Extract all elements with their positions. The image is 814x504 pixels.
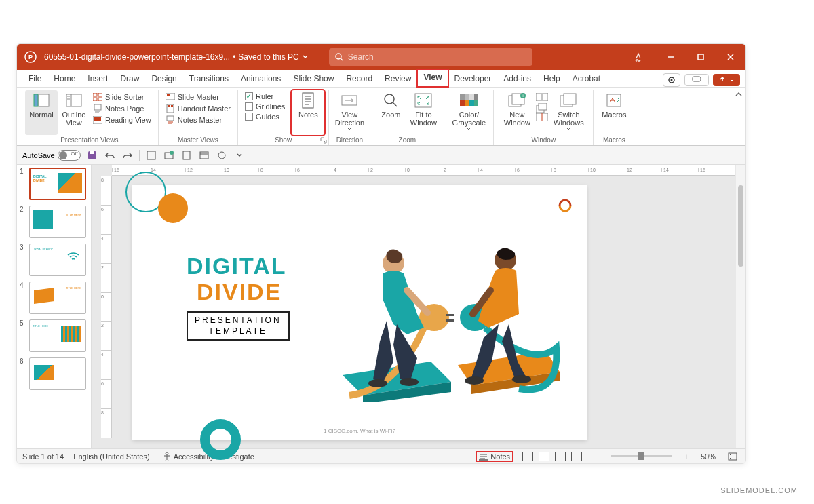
slide-editor[interactable]: 1614121086420246810121416 864202468 DIGI…	[92, 165, 745, 448]
qat-icon-1[interactable]	[145, 149, 157, 161]
redo-icon[interactable]	[121, 149, 134, 161]
slideshow-view-icon[interactable]	[571, 452, 582, 461]
tab-record[interactable]: Record	[340, 71, 379, 87]
view-direction-button[interactable]: View Direction	[333, 90, 366, 135]
slide-heading-2: DIVIDE	[197, 279, 282, 305]
tab-home[interactable]: Home	[47, 71, 81, 87]
save-status[interactable]: •Saved to this PC	[233, 52, 309, 62]
qat-icon-2[interactable]	[163, 149, 175, 161]
color-grayscale-button[interactable]: Color/ Grayscale	[448, 90, 489, 142]
share-button[interactable]	[713, 74, 740, 86]
close-button[interactable]	[716, 44, 745, 70]
save-icon[interactable]	[86, 149, 98, 161]
guides-checkbox[interactable]: Guides	[242, 112, 288, 121]
normal-view-icon[interactable]	[522, 452, 533, 461]
tab-design[interactable]: Design	[145, 71, 182, 87]
fit-to-window-button[interactable]: Fit to Window	[407, 90, 440, 135]
horizontal-ruler[interactable]: 1614121086420246810121416	[112, 165, 735, 176]
vertical-ruler[interactable]: 864202468	[101, 176, 112, 438]
fit-slide-button[interactable]	[725, 452, 740, 461]
autosave-toggle[interactable]: AutoSave Off	[22, 150, 81, 161]
zoom-percent[interactable]: 50%	[701, 452, 716, 461]
slide-thumbnails-pane[interactable]: 1DIGITALDIVIDE 2TITLE HERE 3WHAT IS WIFI…	[17, 165, 92, 448]
workspace: 1DIGITALDIVIDE 2TITLE HERE 3WHAT IS WIFI…	[17, 165, 745, 448]
thumbnail-5[interactable]: 5TITLE HERE	[20, 319, 88, 352]
slide-master-button[interactable]: Slide Master	[163, 92, 233, 102]
svg-rect-44	[465, 94, 469, 100]
thumbnail-1[interactable]: 1DIGITALDIVIDE	[20, 168, 88, 200]
slide-canvas[interactable]: DIGITAL DIVIDE PRESENTATIONTEMPLATE	[132, 185, 587, 440]
zoom-in-button[interactable]: +	[682, 452, 691, 461]
svg-rect-75	[446, 314, 454, 316]
dialog-launcher-icon[interactable]	[320, 137, 327, 144]
document-title: 60555-01-digital-divide-powerpoint-templ…	[44, 52, 230, 62]
tab-help[interactable]: Help	[537, 71, 566, 87]
comments-button[interactable]	[684, 74, 709, 86]
decoration-dot-orange	[158, 193, 188, 223]
ribbon-view: Normal Outline View Slide Sorter Notes P…	[17, 88, 745, 146]
sorter-view-icon[interactable]	[539, 452, 549, 461]
macros-button[interactable]: Macros	[598, 90, 630, 135]
notes-page-button[interactable]: Notes Page	[90, 103, 154, 114]
status-bar: Slide 1 of 14 English (United States) Ac…	[17, 448, 745, 463]
tab-insert[interactable]: Insert	[81, 71, 114, 87]
qat-icon-4[interactable]	[198, 149, 210, 161]
notes-button[interactable]: Notes	[292, 90, 324, 135]
handout-master-button[interactable]: Handout Master	[163, 103, 233, 114]
minimize-button[interactable]	[656, 44, 686, 70]
slide-heading-1: DIGITAL	[187, 253, 286, 279]
maximize-button[interactable]	[686, 44, 716, 70]
thumbnail-6[interactable]: 6	[20, 357, 88, 390]
qat-icon-3[interactable]	[180, 149, 193, 161]
reading-view-icon[interactable]	[555, 452, 566, 461]
tab-transitions[interactable]: Transitions	[183, 71, 235, 87]
status-notes-button[interactable]: Notes	[476, 452, 513, 461]
ruler-checkbox[interactable]: Ruler	[242, 92, 288, 101]
notes-master-button[interactable]: Notes Master	[163, 115, 233, 125]
svg-point-79	[400, 378, 419, 386]
collapse-ribbon-button[interactable]	[735, 90, 743, 98]
tab-addins[interactable]: Add-ins	[497, 71, 537, 87]
switch-windows-button[interactable]: Switch Windows	[548, 90, 589, 135]
dictate-icon[interactable]	[623, 44, 653, 70]
qat-customize-icon[interactable]	[233, 149, 246, 161]
tab-draw[interactable]: Draw	[114, 71, 145, 87]
tab-review[interactable]: Review	[379, 71, 417, 87]
tab-file[interactable]: File	[22, 71, 47, 87]
svg-rect-69	[183, 151, 190, 159]
undo-icon[interactable]	[104, 149, 116, 161]
svg-rect-29	[168, 105, 170, 107]
vertical-scrollbar[interactable]	[736, 165, 745, 448]
group-zoom: Zoom Fit to Window Zoom	[370, 90, 444, 145]
qat-icon-5[interactable]	[216, 149, 228, 161]
gridlines-checkbox[interactable]: Gridlines	[242, 102, 288, 111]
normal-view-button[interactable]: Normal	[25, 90, 58, 135]
slide-indicator[interactable]: Slide 1 of 14	[22, 452, 64, 461]
camera-button[interactable]	[663, 73, 680, 87]
tab-acrobat[interactable]: Acrobat	[566, 71, 606, 87]
outline-view-button[interactable]: Outline View	[58, 90, 90, 135]
reading-view-button[interactable]: Reading View	[90, 115, 154, 125]
thumbnail-4[interactable]: 4TITLE HERE	[20, 282, 88, 314]
new-window-button[interactable]: + New Window	[498, 90, 536, 135]
move-split-icon[interactable]	[536, 113, 548, 123]
svg-point-83	[166, 452, 168, 455]
accessibility-icon	[162, 452, 172, 461]
thumbnail-2[interactable]: 2TITLE HERE	[20, 206, 88, 238]
tab-developer[interactable]: Developer	[448, 71, 498, 87]
zoom-button[interactable]: Zoom	[374, 90, 407, 135]
search-input[interactable]: Search	[329, 48, 532, 66]
thumbnail-3[interactable]: 3WHAT IS WIFI?	[20, 244, 88, 276]
zoom-slider[interactable]	[611, 455, 672, 457]
zoom-out-button[interactable]: −	[592, 452, 601, 461]
arrange-all-icon[interactable]	[536, 93, 548, 102]
svg-rect-42	[415, 94, 431, 107]
tab-animations[interactable]: Animations	[235, 71, 287, 87]
language-indicator[interactable]: English (United States)	[73, 452, 150, 461]
tab-view[interactable]: View	[417, 69, 448, 87]
cascade-icon[interactable]	[536, 103, 548, 113]
slide-sorter-button[interactable]: Slide Sorter	[90, 92, 154, 102]
svg-rect-45	[469, 94, 474, 100]
tab-slideshow[interactable]: Slide Show	[287, 71, 340, 87]
svg-rect-58	[539, 103, 547, 110]
